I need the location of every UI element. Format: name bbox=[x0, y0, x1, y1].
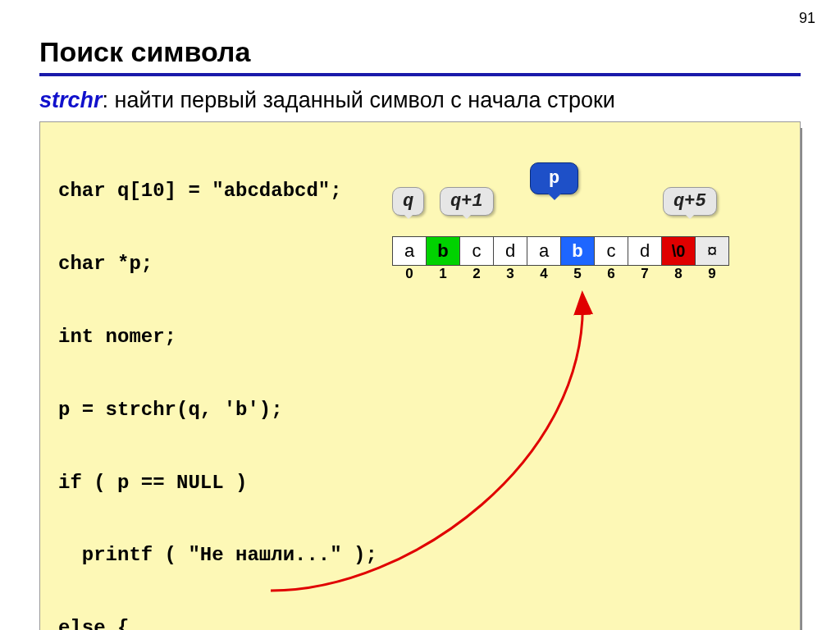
code-line: printf ( "Не нашли..." ); bbox=[58, 537, 792, 573]
array-cell-nullterm: \0 bbox=[661, 236, 696, 266]
label-q: q bbox=[392, 187, 424, 216]
label-q-plus-5: q+5 bbox=[663, 187, 717, 216]
array-index: 9 bbox=[695, 266, 729, 282]
array-index: 2 bbox=[459, 266, 494, 282]
array-indices: 0 1 2 3 4 5 6 7 8 9 bbox=[392, 266, 729, 282]
label-q-plus-1: q+1 bbox=[440, 187, 494, 216]
array-index: 3 bbox=[493, 266, 527, 282]
label-p: p bbox=[530, 162, 578, 194]
array-index: 5 bbox=[560, 266, 595, 282]
slide-root: 91 Поиск символа strchr: найти первый за… bbox=[0, 0, 840, 630]
page-number: 91 bbox=[799, 10, 815, 27]
array-index: 4 bbox=[527, 266, 561, 282]
array-cell: d bbox=[493, 236, 527, 266]
array-cell: a bbox=[392, 236, 427, 266]
strchr-keyword: strchr bbox=[39, 88, 103, 112]
code-line: int nomer; bbox=[58, 319, 792, 355]
array-cell-highlight-green: b bbox=[426, 236, 460, 266]
code-line: p = strchr(q, 'b'); bbox=[58, 392, 792, 428]
intro-line: strchr: найти первый заданный символ c н… bbox=[39, 88, 801, 113]
code-line: if ( p == NULL ) bbox=[58, 465, 792, 501]
array-index: 0 bbox=[392, 266, 427, 282]
slide-title: Поиск символа bbox=[39, 36, 801, 68]
array-cell: a bbox=[527, 236, 561, 266]
title-rule bbox=[39, 73, 801, 76]
code-line: else { bbox=[58, 610, 792, 630]
array-cell: d bbox=[628, 236, 662, 266]
array-diagram: a b c d a b c d \0 ¤ 0 1 2 3 4 5 6 7 8 bbox=[392, 236, 729, 282]
array-cell: c bbox=[459, 236, 494, 266]
array-cells: a b c d a b c d \0 ¤ bbox=[392, 236, 729, 266]
array-cell-garbage: ¤ bbox=[695, 236, 729, 266]
array-cell-highlight-blue: b bbox=[560, 236, 595, 266]
code-block-wrap: char q[10] = "abcdabcd"; char *p; int no… bbox=[39, 121, 801, 630]
array-index: 1 bbox=[426, 266, 460, 282]
array-index: 7 bbox=[628, 266, 662, 282]
array-index: 6 bbox=[594, 266, 628, 282]
array-index: 8 bbox=[661, 266, 696, 282]
intro-rest: : найти первый заданный символ c начала … bbox=[103, 88, 615, 112]
array-cell: c bbox=[594, 236, 628, 266]
